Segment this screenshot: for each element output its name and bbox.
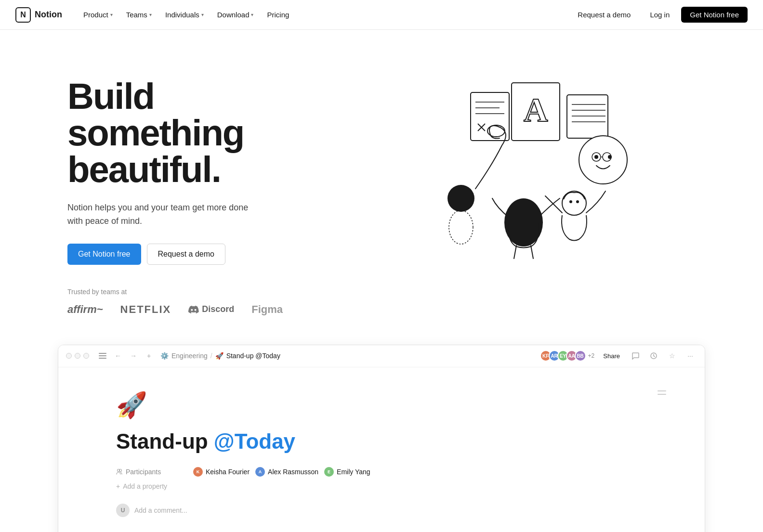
hero-section: Build something beautiful. Notion helps … [0, 30, 763, 345]
svg-rect-8 [567, 95, 608, 138]
page-title: Stand-up @Today [116, 429, 647, 454]
participant-avatar-1: K [193, 467, 203, 477]
breadcrumb-workspace: Engineering [171, 352, 208, 360]
svg-point-20 [447, 185, 474, 212]
participants-property: Participants K Keisha Fourier A Alex Ras… [116, 467, 647, 477]
hero-illustration-svg: A [386, 68, 637, 261]
window-dot-1 [66, 353, 72, 359]
minimize-icon-container [658, 390, 666, 395]
forward-icon[interactable]: → [128, 350, 139, 362]
chevron-down-icon: ▾ [251, 12, 253, 17]
participant-2: A Alex Rasmusson [255, 467, 318, 477]
window-content-inner: 🚀 Stand-up @Today Participants K Keisha … [116, 390, 647, 517]
request-demo-hero-button[interactable]: Request a demo [147, 244, 225, 265]
participant-1: K Keisha Fourier [193, 467, 250, 477]
window-dot-3 [83, 353, 89, 359]
share-button[interactable]: Share [599, 351, 624, 361]
breadcrumb-page-icon: 🚀 [215, 352, 224, 360]
trusted-logos: affirm~ NETFLIX Discord Figma [67, 303, 318, 316]
svg-text:A: A [524, 91, 548, 129]
chevron-down-icon: ▾ [201, 12, 204, 17]
breadcrumb-page: Stand-up @Today [226, 352, 280, 360]
window-content: 🚀 Stand-up @Today Participants K Keisha … [58, 367, 705, 532]
get-notion-free-hero-button[interactable]: Get Notion free [67, 244, 141, 265]
hero-title: Build something beautiful. [67, 78, 318, 188]
hero-buttons: Get Notion free Request a demo [67, 244, 318, 265]
window-dot-2 [75, 353, 80, 359]
svg-point-13 [579, 136, 627, 184]
nav-product[interactable]: Product ▾ [78, 7, 118, 23]
participant-avatar-2: A [255, 467, 265, 477]
request-demo-button[interactable]: Request a demo [570, 7, 638, 23]
breadcrumb-separator: / [210, 352, 212, 360]
sidebar-toggle-icon[interactable] [97, 350, 108, 362]
nav-teams[interactable]: Teams ▾ [120, 7, 158, 23]
participant-3: E Emily Yang [324, 467, 370, 477]
participant-avatar-3: E [324, 467, 334, 477]
comment-user-avatar: U [116, 504, 130, 517]
add-property-button[interactable]: + Add a property [116, 480, 647, 492]
add-page-icon[interactable]: + [143, 350, 155, 362]
get-notion-free-nav-button[interactable]: Get Notion free [681, 7, 748, 23]
page-title-mention: @Today [214, 429, 295, 453]
window-breadcrumb: ⚙️ Engineering / 🚀 Stand-up @Today [160, 352, 534, 360]
nav-right: Request a demo Log in Get Notion free [570, 7, 748, 23]
minimize-line-2 [658, 394, 666, 395]
nav-individuals[interactable]: Individuals ▾ [159, 7, 210, 23]
svg-point-25 [576, 200, 579, 203]
svg-point-24 [569, 200, 572, 203]
window-toolbar-right: KF AR EY AA BB +2 Share ☆ ··· [540, 349, 697, 363]
affirm-logo: affirm~ [67, 303, 103, 316]
chevron-down-icon: ▾ [110, 12, 113, 17]
window-titlebar: ← → + ⚙️ Engineering / 🚀 Stand-up @Today… [58, 345, 705, 367]
hero-left: Build something beautiful. Notion helps … [67, 68, 318, 316]
comment-input[interactable]: Add a comment... [134, 504, 187, 517]
property-label: Participants [116, 468, 193, 476]
netflix-logo: NETFLIX [120, 303, 171, 316]
discord-icon [188, 306, 199, 313]
notion-logo-text: Notion [35, 10, 62, 20]
star-icon[interactable]: ☆ [665, 349, 679, 363]
more-icon[interactable]: ··· [684, 349, 697, 363]
trusted-label: Trusted by teams at [67, 288, 318, 296]
svg-point-21 [449, 210, 473, 244]
navbar: N Notion Product ▾ Teams ▾ Individuals ▾… [0, 0, 763, 30]
nav-download[interactable]: Download ▾ [211, 7, 260, 23]
hero-illustration: A [318, 68, 705, 261]
back-icon[interactable]: ← [112, 350, 124, 362]
notion-window-section: ← → + ⚙️ Engineering / 🚀 Stand-up @Today… [0, 345, 763, 532]
avatar-stack: KF AR EY AA BB +2 [540, 350, 595, 362]
breadcrumb-workspace-icon: ⚙️ [160, 352, 169, 360]
participants-icon [116, 468, 123, 475]
nav-pricing[interactable]: Pricing [261, 7, 295, 23]
page-emoji: 🚀 [116, 390, 647, 420]
add-icon: + [116, 482, 120, 490]
window-nav-icons: ← → + [97, 350, 155, 362]
notion-logo-icon: N [15, 7, 31, 23]
hero-subtitle: Notion helps you and your team get more … [67, 201, 260, 228]
comment-row: U Add a comment... [116, 504, 647, 517]
svg-rect-26 [99, 353, 106, 354]
minimize-line-1 [658, 390, 666, 391]
svg-rect-28 [99, 358, 106, 359]
notion-logo[interactable]: N Notion [15, 7, 62, 23]
avatar-extra-count: +2 [588, 352, 595, 359]
svg-point-14 [594, 155, 598, 159]
figma-logo: Figma [251, 303, 283, 316]
login-button[interactable]: Log in [642, 7, 677, 23]
participants-values: K Keisha Fourier A Alex Rasmusson E Emil… [193, 467, 370, 477]
comment-icon[interactable] [629, 349, 642, 363]
svg-rect-27 [99, 355, 106, 356]
window-dots [66, 353, 89, 359]
discord-logo: Discord [188, 304, 234, 314]
nav-links: Product ▾ Teams ▾ Individuals ▾ Download… [78, 7, 570, 23]
svg-point-23 [562, 191, 586, 215]
avatar-5: BB [575, 350, 586, 362]
notion-window: ← → + ⚙️ Engineering / 🚀 Stand-up @Today… [58, 345, 705, 532]
clock-icon[interactable] [647, 349, 660, 363]
chevron-down-icon: ▾ [149, 12, 152, 17]
